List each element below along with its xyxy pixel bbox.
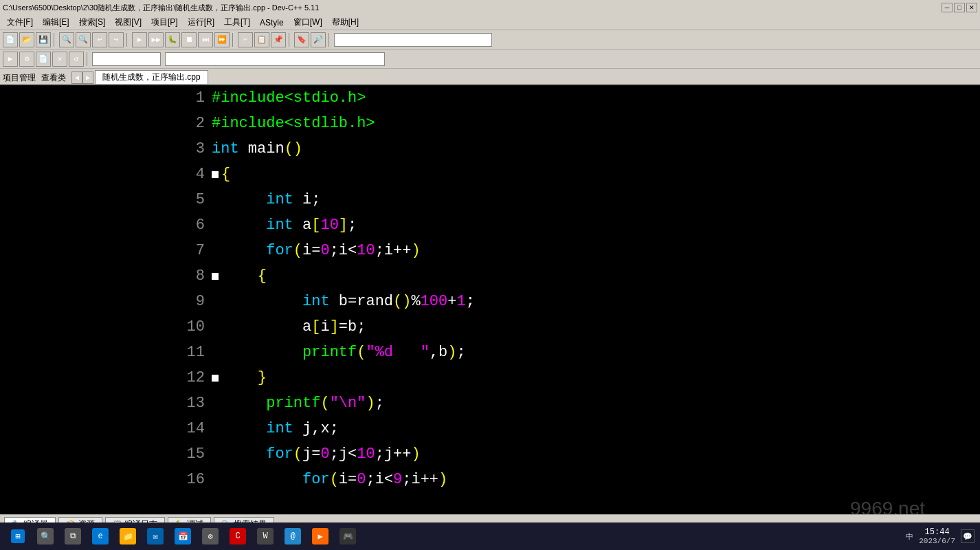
tb2-run[interactable]: ▶ <box>3 52 18 67</box>
compiler-dropdown[interactable]: TDM-GCC 4.9.2 64-bit Release ▼ <box>334 33 492 47</box>
function-dropdown[interactable]: ▼ <box>165 52 385 66</box>
code-line-4: 4 { <box>112 162 980 187</box>
menu-search[interactable]: 搜索[S] <box>75 15 110 30</box>
search-taskbar[interactable]: 🔍 <box>33 524 58 549</box>
code-line-8: 8 { <box>112 263 980 289</box>
tb2-compile[interactable]: ⚙ <box>19 52 34 67</box>
taskbar-right: 中 15:44 2023/6/7 💬 <box>906 527 975 545</box>
code-line-12: 12 } <box>112 365 980 390</box>
code-line-16: 16 for(i=0;i<9;i++) <box>112 467 980 492</box>
class-tab-label[interactable]: 查看类 <box>41 72 66 84</box>
tb-sep-3 <box>232 33 235 47</box>
menu-bar: 文件[F] 编辑[E] 搜索[S] 视图[V] 项目[P] 运行[R] 工具[T… <box>0 15 980 30</box>
tb-zoom-in[interactable]: 🔍 <box>59 32 74 47</box>
extra4-icon: 🎮 <box>339 528 356 544</box>
tb-sep-5 <box>328 33 331 47</box>
tab-active[interactable]: 随机生成数，正序输出.cpp <box>95 70 208 84</box>
calendar-icon: 📅 <box>175 528 191 544</box>
tb-sep-4 <box>289 33 291 47</box>
tb-cut[interactable]: ✂ <box>238 32 253 47</box>
mail-icon: ✉ <box>147 528 164 544</box>
tb-new[interactable]: 📄 <box>3 32 18 47</box>
explorer-icon: 📁 <box>120 528 136 544</box>
tb-redo[interactable]: ↪ <box>109 32 124 47</box>
tb-copy[interactable]: 📋 <box>254 32 269 47</box>
project-tab-label[interactable]: 项目管理 <box>3 72 36 84</box>
menu-help[interactable]: 帮助[H] <box>328 15 363 30</box>
main-area: 1 #include<stdio.h> 2 #include<stdlib.h>… <box>0 85 980 514</box>
taskbar-left: ⊞ 🔍 ⧉ e 📁 ✉ 📅 ⚙ C W @ <box>5 524 360 549</box>
code-line-10: 10 a[i]=b; <box>112 314 980 340</box>
extra1-icon: W <box>257 528 274 544</box>
close-button[interactable]: ✕ <box>966 3 977 12</box>
code-line-6: 6 int a[10]; <box>112 212 980 238</box>
tb-bookmark[interactable]: 🔖 <box>294 32 309 47</box>
menu-tools[interactable]: 工具[T] <box>220 15 254 30</box>
globals-dropdown[interactable]: (globals) ▼ <box>92 52 161 66</box>
title-bar-buttons: ─ □ ✕ <box>942 3 977 12</box>
taskbar-lang[interactable]: 中 <box>906 531 913 542</box>
extra2-btn[interactable]: @ <box>280 524 305 549</box>
extra1-btn[interactable]: W <box>253 524 278 549</box>
extra3-icon: ▶ <box>312 528 328 544</box>
menu-edit[interactable]: 编辑[E] <box>38 15 74 30</box>
extra3-btn[interactable]: ▶ <box>308 524 333 549</box>
settings-btn[interactable]: ⚙ <box>198 524 223 549</box>
tb-find[interactable]: 🔎 <box>311 32 326 47</box>
devcpp-btn[interactable]: C <box>225 524 250 549</box>
tb-undo[interactable]: ↩ <box>92 32 107 47</box>
tb-step[interactable]: ⏭ <box>198 32 213 47</box>
taskbar-clock: 15:44 2023/6/7 <box>919 527 955 545</box>
code-line-9: 9 int b=rand()%100+1; <box>112 289 980 314</box>
tb-sep-2 <box>126 33 129 47</box>
title-bar-title: C:\Users\6500\Desktop\2\30随机生成数，正序输出\随机生… <box>3 3 319 13</box>
code-line-13: 13 printf("\n"); <box>112 390 980 416</box>
tb-step2[interactable]: ⏩ <box>214 32 230 47</box>
title-bar: C:\Users\6500\Desktop\2\30随机生成数，正序输出\随机生… <box>0 0 980 15</box>
tb-stop[interactable]: ⏹ <box>181 32 197 47</box>
notification-btn[interactable]: 💬 <box>961 529 975 543</box>
tb-zoom-out[interactable]: 🔍 <box>76 32 91 47</box>
code-line-15: 15 for(j=0;j<10;j++) <box>112 441 980 467</box>
toolbar-2: ▶ ⚙ 📄 ✕ ↺ (globals) ▼ ▼ <box>0 50 980 69</box>
minimize-button[interactable]: ─ <box>942 3 953 12</box>
code-line-7: 7 for(i=0;i<10;i++) <box>112 238 980 263</box>
code-line-3: 3 int main() <box>112 136 980 162</box>
code-line-1: 1 #include<stdio.h> <box>112 85 980 111</box>
search-taskbar-icon: 🔍 <box>37 528 54 544</box>
extra4-btn[interactable]: 🎮 <box>335 524 360 549</box>
extra2-icon: @ <box>285 528 301 544</box>
code-line-11: 11 printf("%d ",b); <box>112 340 980 365</box>
tb-save[interactable]: 💾 <box>36 32 51 47</box>
tb-run[interactable]: ▶▶ <box>148 32 164 47</box>
mail-btn[interactable]: ✉ <box>143 524 168 549</box>
maximize-button[interactable]: □ <box>954 3 965 12</box>
tab-prev[interactable]: ◀ <box>71 72 82 84</box>
tb-open[interactable]: 📂 <box>19 32 34 47</box>
tb2-refresh[interactable]: ↺ <box>69 52 84 67</box>
taskview-icon: ⧉ <box>65 528 81 544</box>
tb-debug[interactable]: 🐛 <box>165 32 180 47</box>
tb2-sep-1 <box>87 52 89 66</box>
tab-bar: 项目管理 查看类 ◀ ▶ 随机生成数，正序输出.cpp <box>0 69 980 85</box>
calendar-btn[interactable]: 📅 <box>170 524 195 549</box>
code-editor[interactable]: 1 #include<stdio.h> 2 #include<stdlib.h>… <box>0 85 980 514</box>
taskview-btn[interactable]: ⧉ <box>60 524 85 549</box>
tb2-new[interactable]: 📄 <box>36 52 51 67</box>
code-line-14: 14 int j,x; <box>112 416 980 441</box>
toolbar-1: 📄 📂 💾 🔍 🔍 ↩ ↪ ▶ ▶▶ 🐛 ⏹ ⏭ ⏩ ✂ 📋 📌 🔖 🔎 TDM… <box>0 30 980 50</box>
explorer-btn[interactable]: 📁 <box>115 524 140 549</box>
devcpp-icon: C <box>230 528 246 544</box>
menu-view[interactable]: 视图[V] <box>111 15 146 30</box>
tb-compile[interactable]: ▶ <box>132 32 147 47</box>
menu-window[interactable]: 窗口[W] <box>289 15 326 30</box>
tb-paste[interactable]: 📌 <box>271 32 286 47</box>
menu-file[interactable]: 文件[F] <box>3 15 37 30</box>
tb2-x[interactable]: ✕ <box>52 52 67 67</box>
start-button[interactable]: ⊞ <box>5 524 30 549</box>
menu-project[interactable]: 项目[P] <box>147 15 182 30</box>
menu-run[interactable]: 运行[R] <box>183 15 219 30</box>
menu-astyle[interactable]: AStyle <box>256 16 288 29</box>
edge-btn[interactable]: e <box>88 524 113 549</box>
tab-next[interactable]: ▶ <box>82 72 93 84</box>
